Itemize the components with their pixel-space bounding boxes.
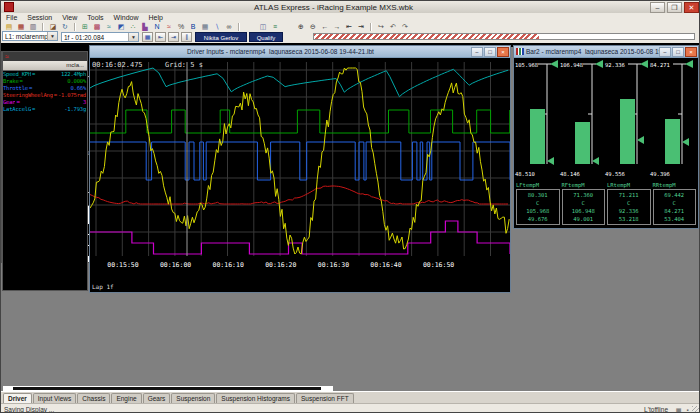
chart-body[interactable]: 00:16:02.475Grid: 5 s00:15:5000:16:0000:… (90, 58, 510, 282)
menu-item-file[interactable]: File (1, 14, 22, 21)
jump-start-icon[interactable]: ⇤ (344, 22, 354, 31)
data-overlay-icon[interactable]: ▦ (142, 32, 153, 42)
menu-item-view[interactable]: View (57, 14, 82, 21)
values-panel-header[interactable]: mcla... (3, 61, 87, 71)
open-display-icon[interactable]: ▤ (4, 22, 14, 31)
waveform-icon[interactable]: ≈ (104, 22, 114, 31)
bar-chart-icon (516, 48, 524, 55)
resize-grip[interactable] (692, 406, 700, 413)
zoom-in-icon[interactable]: ⊕ (296, 22, 306, 31)
status-signal-icon: ▪ (683, 407, 692, 413)
session-selector[interactable]: L1: mclarenmp4 ▼ (2, 31, 58, 41)
menu-item-help[interactable]: Help (143, 14, 167, 21)
bold-icon[interactable]: B (188, 22, 198, 31)
telemetry-value-row: Brake=0.000% (3, 78, 87, 85)
bar2-title-bar[interactable]: Bar2 - mclarenmp4_lagunaseca 2015-06-08 … (514, 46, 698, 58)
scatter-display-icon[interactable]: ∴ (128, 22, 138, 31)
n-plot-icon[interactable]: N (152, 22, 162, 31)
x-axis-tick: 00:16:20 (265, 261, 296, 269)
zoom-out-icon[interactable]: ⊖ (308, 22, 318, 31)
close-icon[interactable]: × (497, 47, 509, 57)
telemetry-name: Brake (3, 78, 19, 85)
app-icon (4, 2, 14, 12)
telemetry-value: 0.66% (70, 85, 87, 92)
refresh-icon[interactable]: ↻ (60, 22, 70, 31)
x-axis-tick: 00:16:40 (370, 261, 401, 269)
undo-icon[interactable]: ↶ (388, 22, 398, 31)
percent-icon[interactable]: % (176, 22, 186, 31)
gauge-bar (575, 122, 590, 164)
chevron-down-icon[interactable]: ▼ (47, 32, 57, 40)
gauge-lftempm: 105.96848.510 (514, 58, 559, 182)
gauge-max-label: 84.271 (650, 62, 670, 68)
mixed-display-icon[interactable]: ▩ (92, 22, 102, 31)
lap-selector[interactable]: 1f - 01:20.084 ▼ (61, 32, 139, 42)
tyre-temp-box-values: 71.211C92.33653.218 (607, 189, 651, 225)
gauge-min-label: 49.396 (650, 171, 670, 177)
chevron-down-icon[interactable]: ▼ (128, 33, 138, 41)
driver-inputs-title-bar[interactable]: Driver Inputs - mclarenmp4_lagunaseca 20… (90, 46, 510, 58)
maximize-icon[interactable]: □ (672, 47, 684, 57)
gauge-lrtempm: 92.33649.556 (604, 58, 649, 182)
annotate-icon[interactable]: ∖ (212, 22, 222, 31)
workbook-icon[interactable]: ◪ (48, 22, 58, 31)
print-icon[interactable]: ▥ (28, 22, 38, 31)
minimize-button[interactable]: – (650, 2, 665, 13)
grid-display-icon[interactable]: ⊞ (80, 22, 90, 31)
redo-icon[interactable]: ↷ (400, 22, 410, 31)
telemetry-value-row: SteeringWheelAngle==-1.075rad (3, 92, 87, 99)
find-icon[interactable]: ∞ (224, 22, 234, 31)
close-icon[interactable]: × (685, 47, 697, 57)
tyre-temp-unit: C (608, 199, 650, 207)
tyre-temp-current: 71.360 (563, 191, 605, 199)
main-toolbar: ▤▦▥◪↻⊞▩≈◩∴▙N≈%B▦∖∞◫≡⊕⊖←→⇤⇥↪↶↷ (1, 22, 700, 31)
load-telemetry-icon[interactable]: ▦ (16, 22, 26, 31)
jump-end-icon[interactable]: ⇥ (356, 22, 366, 31)
x-axis-tick: 00:16:10 (213, 261, 244, 269)
menu-item-tools[interactable]: Tools (82, 14, 108, 21)
histogram-display-icon[interactable]: ▙ (140, 22, 150, 31)
equals-sign: = (16, 99, 19, 106)
saving-progress-fill (314, 34, 539, 39)
tyre-temp-max: 92.336 (608, 207, 650, 215)
toolbar-separator (370, 23, 372, 31)
red-wave-icon[interactable]: ≈ (164, 22, 174, 31)
table-display-icon[interactable]: ▦ (200, 22, 210, 31)
tyre-temp-min: 49.676 (517, 215, 559, 223)
prev-lap-icon[interactable]: ⇤ (155, 32, 166, 42)
minimize-icon[interactable]: − (659, 47, 671, 57)
tyre-temp-boxes: LFtempM80.301C105.96849.676RFtempM71.360… (514, 182, 698, 227)
telemetry-value: 0.000% (67, 78, 87, 85)
driver-inputs-title: Driver Inputs - mclarenmp4_lagunaseca 20… (90, 48, 471, 55)
gauge-rftempm: 106.94848.146 (559, 58, 604, 182)
telemetry-value-row: Gear=3 (3, 99, 87, 106)
chart-display-icon[interactable]: ◩ (116, 22, 126, 31)
next-lap-icon[interactable]: ⇥ (168, 32, 179, 42)
pan-left-icon[interactable]: ← (320, 22, 330, 31)
telemetry-value: -1.793g (64, 106, 87, 113)
tyre-temp-max: 84.271 (654, 207, 696, 215)
tyre-temp-min: 49.001 (563, 215, 605, 223)
cursor-mode-icon[interactable]: ∥ (181, 32, 192, 42)
driver-button[interactable]: Nikita Gerlov (195, 32, 247, 42)
minimize-icon[interactable]: − (471, 47, 483, 57)
values-panel: ≈ mcla... Speed_KPH=122.4MphBrake=0.000%… (2, 51, 88, 291)
compare-icon[interactable]: ≡ (270, 22, 280, 31)
next-marker-icon[interactable]: ↪ (376, 22, 386, 31)
tyre-temp-box-label: RFtempM (562, 182, 606, 189)
menu-item-session[interactable]: Session (22, 14, 57, 21)
tyre-temp-box-lftempm: LFtempM80.301C105.96849.676 (516, 182, 560, 225)
tyre-temp-box-label: LFtempM (516, 182, 560, 189)
workspace: ≈ mcla... Speed_KPH=122.4MphBrake=0.000%… (1, 43, 700, 391)
overlay-icon[interactable]: ◫ (258, 22, 268, 31)
status-connection: L'toffline (644, 406, 668, 413)
close-button[interactable]: ✕ (684, 2, 699, 13)
telemetry-chart[interactable]: 00:16:02.475Grid: 5 s00:15:5000:16:0000:… (90, 58, 510, 282)
pan-right-icon[interactable]: → (332, 22, 342, 31)
tyre-temp-max: 106.948 (563, 207, 605, 215)
maximize-icon[interactable]: □ (484, 47, 496, 57)
bottom-scroll-thumb[interactable] (13, 387, 321, 390)
maximize-button[interactable]: ❐ (667, 2, 682, 13)
menu-item-window[interactable]: Window (109, 14, 144, 21)
session-type-button[interactable]: Qualify (249, 32, 283, 42)
